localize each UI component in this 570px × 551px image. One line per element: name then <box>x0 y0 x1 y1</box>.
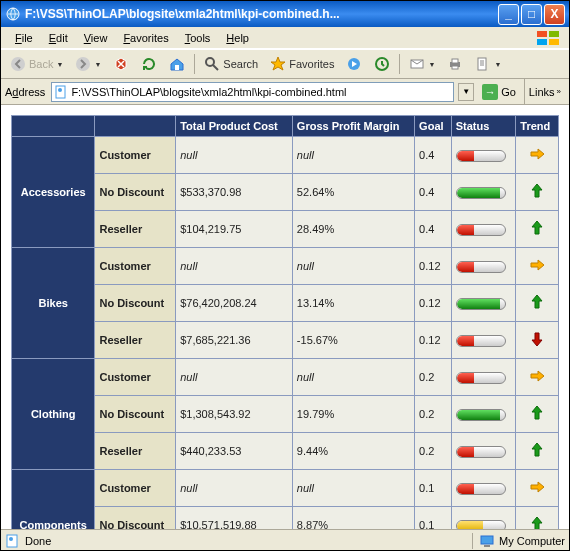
address-label: Address <box>5 86 47 98</box>
media-button[interactable] <box>341 53 367 75</box>
cell-cost: $1,308,543.92 <box>176 396 293 433</box>
menu-edit[interactable]: Edit <box>41 30 76 46</box>
favorites-button[interactable]: Favorites <box>265 53 339 75</box>
cell-goal: 0.2 <box>415 433 452 470</box>
toolbar: Back ▼ ▼ Search Favorites <box>1 49 569 79</box>
cell-goal: 0.4 <box>415 174 452 211</box>
svg-rect-2 <box>549 31 559 37</box>
address-input-wrap[interactable] <box>51 82 454 102</box>
col-goal: Goal <box>415 116 452 137</box>
col-trend: Trend <box>516 116 559 137</box>
cell-goal: 0.12 <box>415 285 452 322</box>
cell-trend <box>516 396 559 433</box>
security-zone: My Computer <box>472 533 565 549</box>
cell-gpm: null <box>292 470 414 507</box>
menu-help[interactable]: Help <box>218 30 257 46</box>
menu-view[interactable]: View <box>76 30 116 46</box>
address-dropdown[interactable]: ▼ <box>458 83 474 101</box>
ie-icon <box>5 6 21 22</box>
search-button[interactable]: Search <box>199 53 263 75</box>
go-button[interactable]: → Go <box>478 82 520 102</box>
trend-arrow-right-icon <box>528 256 546 274</box>
edit-icon <box>475 56 491 72</box>
mail-button[interactable]: ▼ <box>404 53 440 75</box>
cell-status <box>451 248 516 285</box>
row-label: Reseller <box>95 211 176 248</box>
table-row: AccessoriesCustomernullnull0.4 <box>12 137 559 174</box>
forward-icon <box>75 56 91 72</box>
cell-goal: 0.12 <box>415 322 452 359</box>
svg-point-17 <box>58 88 62 92</box>
stop-button[interactable] <box>108 53 134 75</box>
cell-gpm: null <box>292 248 414 285</box>
svg-point-19 <box>9 537 13 541</box>
menu-file[interactable]: File <box>7 30 41 46</box>
trend-arrow-right-icon <box>528 478 546 496</box>
minimize-button[interactable]: _ <box>498 4 519 25</box>
links-label: Links <box>529 86 555 98</box>
cell-gpm: -15.67% <box>292 322 414 359</box>
cell-status <box>451 174 516 211</box>
trend-arrow-up-icon <box>528 515 546 529</box>
close-button[interactable]: X <box>544 4 565 25</box>
window-title: F:\VSS\ThinOLAP\blogsite\xmla2html\kpi-c… <box>25 7 498 21</box>
table-row: ClothingCustomernullnull0.2 <box>12 359 559 396</box>
links-button[interactable]: Links » <box>524 79 565 105</box>
home-button[interactable] <box>164 53 190 75</box>
page-icon <box>54 85 68 99</box>
forward-button[interactable]: ▼ <box>70 53 106 75</box>
done-icon <box>5 533 21 549</box>
status-gauge-red <box>456 150 506 162</box>
menu-favorites[interactable]: Favorites <box>115 30 176 46</box>
cell-cost: $76,420,208.24 <box>176 285 293 322</box>
svg-point-8 <box>206 58 214 66</box>
cell-cost: $7,685,221.36 <box>176 322 293 359</box>
trend-arrow-right-icon <box>528 145 546 163</box>
svg-rect-1 <box>537 31 547 37</box>
status-gauge-red <box>456 224 506 236</box>
cell-cost: null <box>176 248 293 285</box>
search-label: Search <box>223 58 258 70</box>
cell-status <box>451 470 516 507</box>
cell-gpm: 28.49% <box>292 211 414 248</box>
svg-rect-3 <box>537 39 547 45</box>
refresh-button[interactable] <box>136 53 162 75</box>
cell-gpm: 52.64% <box>292 174 414 211</box>
row-label: Customer <box>95 137 176 174</box>
cell-gpm: 19.79% <box>292 396 414 433</box>
cell-cost: $440,233.53 <box>176 433 293 470</box>
favorites-label: Favorites <box>289 58 334 70</box>
cell-status <box>451 211 516 248</box>
cell-trend <box>516 470 559 507</box>
computer-icon <box>479 533 495 549</box>
go-arrow-icon: → <box>482 84 498 100</box>
back-button[interactable]: Back ▼ <box>5 53 68 75</box>
address-input[interactable] <box>71 84 451 100</box>
cell-goal: 0.1 <box>415 470 452 507</box>
star-icon <box>270 56 286 72</box>
cell-cost: null <box>176 359 293 396</box>
table-row: BikesCustomernullnull0.12 <box>12 248 559 285</box>
cell-status <box>451 137 516 174</box>
edit-button[interactable]: ▼ <box>470 53 506 75</box>
col-status: Status <box>451 116 516 137</box>
cell-gpm: null <box>292 137 414 174</box>
cell-gpm: null <box>292 359 414 396</box>
cell-cost: null <box>176 470 293 507</box>
cell-cost: null <box>176 137 293 174</box>
status-gauge-yellow <box>456 520 506 529</box>
col-blank2 <box>95 116 176 137</box>
print-button[interactable] <box>442 53 468 75</box>
status-gauge-red <box>456 483 506 495</box>
history-button[interactable] <box>369 53 395 75</box>
col-gpm: Gross Profit Margin <box>292 116 414 137</box>
group-header: Bikes <box>12 248 95 359</box>
back-icon <box>10 56 26 72</box>
svg-point-6 <box>76 57 90 71</box>
menu-tools[interactable]: Tools <box>177 30 219 46</box>
cell-goal: 0.1 <box>415 507 452 530</box>
maximize-button[interactable]: □ <box>521 4 542 25</box>
row-label: No Discount <box>95 396 176 433</box>
svg-rect-15 <box>478 58 486 70</box>
address-bar: Address ▼ → Go Links » <box>1 79 569 105</box>
